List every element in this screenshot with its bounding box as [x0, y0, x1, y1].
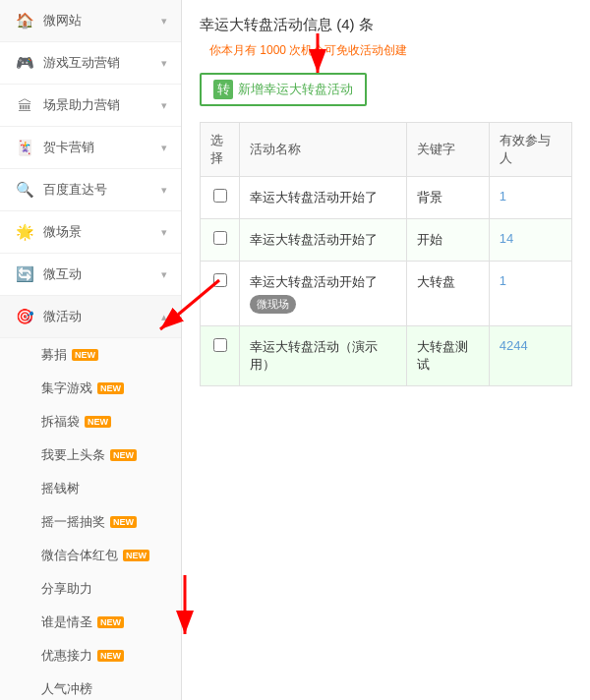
submenu-label-woyao: 我要上头条: [41, 446, 105, 464]
sidebar-label-weichang: 微场景: [43, 223, 161, 241]
col-header-select: 选择: [201, 123, 240, 177]
col-header-count: 有效参与人: [489, 123, 571, 177]
new-badge-chaifubao: NEW: [85, 416, 111, 429]
new-badge-shei: NEW: [97, 616, 124, 629]
chevron-up-icon: ▴: [161, 311, 167, 323]
sidebar-item-baidu[interactable]: 🔍 百度直达号 ▾: [0, 169, 181, 211]
chevron-down-icon: ▾: [161, 57, 167, 70]
submenu-label-jizi: 集字游戏: [41, 379, 92, 397]
row-activity-name: 幸运大转盘活动（演示用）: [240, 326, 407, 386]
count-link[interactable]: 1: [500, 273, 506, 288]
row-keyword: 开始: [407, 219, 489, 262]
row-activity-name: 幸运大转盘活动开始了: [240, 219, 407, 262]
page-header: 幸运大转盘活动信息 (4) 条 你本月有 1000 次机会可免收活动创建: [200, 16, 572, 59]
page-subtitle: 你本月有 1000 次机会可免收活动创建: [209, 42, 407, 59]
weihu-icon: 🔄: [14, 263, 35, 285]
main-content: 幸运大转盘活动信息 (4) 条 你本月有 1000 次机会可免收活动创建 转 新…: [182, 0, 590, 700]
activity-table: 选择 活动名称 关键字 有效参与人 幸运大转盘活动开始了背景1幸运大转盘活动开始…: [200, 122, 572, 386]
activity-tag: 微现场: [250, 295, 296, 314]
row-activity-name: 幸运大转盘活动开始了微现场: [240, 262, 407, 326]
submenu-label-youhui: 优惠接力: [41, 647, 92, 665]
submenu-label-shei: 谁是情圣: [41, 613, 92, 631]
row-checkbox[interactable]: [213, 189, 227, 203]
row-keyword: 背景: [407, 177, 489, 219]
row-count[interactable]: 4244: [489, 326, 571, 386]
sidebar: 🏠 微网站 ▾ 🎮 游戏互动营销 ▾ 🏛 场景助力营销 ▾ 🃏 贺卡营销 ▾ 🔍…: [0, 0, 182, 700]
submenu-item-chaifubao[interactable]: 拆福袋 NEW: [0, 405, 181, 438]
col-header-name: 活动名称: [240, 123, 407, 177]
new-badge-jizi: NEW: [97, 382, 124, 395]
row-keyword: 大转盘: [407, 262, 489, 326]
submenu-item-mujuan[interactable]: 募捐 NEW: [0, 338, 181, 372]
red-arrow-3: [182, 570, 224, 649]
table-row: 幸运大转盘活动开始了背景1: [201, 177, 572, 219]
table-header-row: 选择 活动名称 关键字 有效参与人: [201, 123, 572, 177]
new-badge-woyao: NEW: [110, 449, 137, 462]
row-count[interactable]: 14: [489, 219, 571, 262]
weizhan-icon: 🏠: [14, 10, 35, 31]
add-button-label: 新增幸运大转盘活动: [238, 81, 353, 98]
chevron-down-icon: ▾: [161, 15, 167, 28]
sidebar-item-youxi[interactable]: 🎮 游戏互动营销 ▾: [0, 42, 181, 85]
submenu-label-weixin: 微信合体红包: [41, 547, 118, 564]
sidebar-label-weihu: 微互动: [43, 265, 161, 283]
row-checkbox[interactable]: [213, 338, 227, 352]
sidebar-label-weihuodong: 微活动: [43, 308, 161, 325]
submenu-label-fenxiang: 分享助力: [41, 580, 92, 598]
add-activity-button[interactable]: 转 新增幸运大转盘活动: [200, 73, 367, 106]
submenu-item-youhui[interactable]: 优惠接力 NEW: [0, 639, 181, 672]
weihuodong-icon: 🎯: [14, 306, 35, 327]
chevron-down-icon: ▾: [161, 99, 167, 112]
row-keyword: 大转盘测试: [407, 326, 489, 386]
sidebar-item-weichang[interactable]: 🌟 微场景 ▾: [0, 211, 181, 254]
weihuodong-submenu: 募捐 NEW 集字游戏 NEW 拆福袋 NEW 我要上头条 NEW 摇钱树 摇一…: [0, 338, 181, 700]
sidebar-label-heka: 贺卡营销: [43, 139, 161, 156]
new-badge-weixin: NEW: [123, 550, 149, 562]
chevron-down-icon: ▾: [161, 226, 167, 239]
sidebar-label-youxi: 游戏互动营销: [43, 54, 161, 72]
count-link[interactable]: 4244: [500, 338, 528, 353]
sidebar-item-weihu[interactable]: 🔄 微互动 ▾: [0, 254, 181, 296]
new-badge-mujuan: NEW: [72, 349, 98, 362]
sidebar-label-weizhan: 微网站: [43, 12, 161, 29]
add-icon: 转: [213, 80, 233, 99]
submenu-item-woyao[interactable]: 我要上头条 NEW: [0, 438, 181, 472]
row-count[interactable]: 1: [489, 262, 571, 326]
chevron-down-icon: ▾: [161, 268, 167, 281]
submenu-item-renqi[interactable]: 人气冲榜: [0, 672, 181, 700]
table-row: 幸运大转盘活动开始了开始14: [201, 219, 572, 262]
chevron-down-icon: ▾: [161, 184, 167, 197]
page-title: 幸运大转盘活动信息 (4) 条: [200, 16, 374, 34]
submenu-item-yaoyao[interactable]: 摇一摇抽奖 NEW: [0, 505, 181, 539]
submenu-label-mujuan: 募捐: [41, 346, 67, 364]
row-activity-name: 幸运大转盘活动开始了: [240, 177, 407, 219]
submenu-label-yaoyao: 摇一摇抽奖: [41, 513, 105, 531]
button-row: 转 新增幸运大转盘活动: [200, 73, 572, 106]
table-row: 幸运大转盘活动（演示用）大转盘测试4244: [201, 326, 572, 386]
submenu-item-weixin[interactable]: 微信合体红包 NEW: [0, 539, 181, 572]
sidebar-label-changjing: 场景助力营销: [43, 96, 161, 114]
sidebar-item-heka[interactable]: 🃏 贺卡营销 ▾: [0, 127, 181, 169]
new-badge-yaoyao: NEW: [110, 516, 137, 529]
row-checkbox[interactable]: [213, 273, 227, 287]
sidebar-label-baidu: 百度直达号: [43, 181, 161, 199]
sidebar-item-changjing[interactable]: 🏛 场景助力营销 ▾: [0, 85, 181, 127]
submenu-item-fenxiang[interactable]: 分享助力: [0, 572, 181, 606]
row-count[interactable]: 1: [489, 177, 571, 219]
submenu-item-jizi[interactable]: 集字游戏 NEW: [0, 372, 181, 405]
sidebar-item-weihuodong[interactable]: 🎯 微活动 ▴: [0, 296, 181, 338]
new-badge-youhui: NEW: [97, 650, 124, 663]
submenu-item-yaoquan[interactable]: 摇钱树: [0, 472, 181, 505]
baidu-icon: 🔍: [14, 179, 35, 201]
submenu-label-yaoquan: 摇钱树: [41, 480, 80, 497]
changjing-icon: 🏛: [14, 94, 35, 116]
chevron-down-icon: ▾: [161, 142, 167, 154]
count-link[interactable]: 14: [500, 231, 513, 246]
heka-icon: 🃏: [14, 137, 35, 158]
youxi-icon: 🎮: [14, 52, 35, 74]
count-link[interactable]: 1: [500, 189, 506, 204]
sidebar-item-weizhan[interactable]: 🏠 微网站 ▾: [0, 0, 181, 42]
row-checkbox[interactable]: [213, 231, 227, 245]
submenu-item-shei[interactable]: 谁是情圣 NEW: [0, 606, 181, 639]
col-header-keyword: 关键字: [407, 123, 489, 177]
